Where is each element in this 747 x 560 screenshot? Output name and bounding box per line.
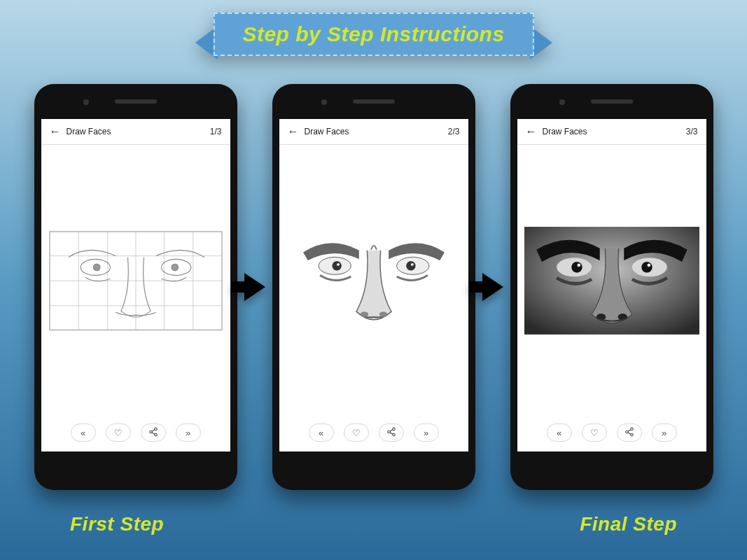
back-icon[interactable]: ← — [526, 126, 537, 137]
prev-icon: « — [81, 428, 85, 438]
banner-title: Step by Step Instructions — [242, 22, 504, 46]
phone-step-2: ← Draw Faces 2/3 — [272, 84, 475, 490]
back-icon[interactable]: ← — [288, 126, 299, 137]
svg-point-42 — [625, 430, 628, 433]
next-button[interactable]: » — [652, 424, 677, 442]
svg-point-24 — [410, 263, 413, 266]
svg-point-35 — [577, 263, 580, 267]
svg-point-23 — [406, 261, 415, 270]
svg-point-20 — [332, 261, 341, 270]
phones-row: ← Draw Faces 1/3 — [0, 84, 747, 490]
like-button[interactable]: ♡ — [582, 424, 607, 442]
share-button[interactable] — [617, 424, 642, 442]
drawing-canvas — [517, 145, 706, 416]
prev-button[interactable]: « — [309, 424, 334, 442]
arrow-icon — [482, 273, 503, 301]
phone-screen: ← Draw Faces 1/3 — [41, 119, 230, 451]
bottom-toolbar: « ♡ » — [41, 416, 230, 451]
svg-line-17 — [151, 432, 154, 433]
next-button[interactable]: » — [176, 424, 201, 442]
next-icon: » — [424, 428, 428, 438]
face-sketch-shaded — [286, 227, 461, 335]
svg-point-34 — [571, 262, 582, 272]
phone-screen: ← Draw Faces 3/3 — [517, 119, 706, 451]
next-button[interactable]: » — [414, 424, 439, 442]
share-icon — [148, 427, 158, 439]
prev-icon: « — [319, 428, 323, 438]
svg-point-27 — [392, 428, 395, 430]
share-icon — [624, 427, 634, 439]
page-counter: 3/3 — [686, 127, 698, 136]
svg-line-31 — [389, 432, 392, 433]
prev-icon: « — [557, 428, 561, 438]
share-button[interactable] — [379, 424, 404, 442]
svg-line-16 — [151, 429, 154, 430]
final-step-label: Final Step — [580, 513, 677, 536]
heart-icon: ♡ — [352, 428, 361, 438]
bottom-toolbar: « ♡ » — [517, 416, 706, 451]
svg-point-28 — [387, 430, 390, 433]
svg-point-10 — [93, 264, 100, 271]
heart-icon: ♡ — [114, 428, 123, 438]
prev-button[interactable]: « — [71, 424, 96, 442]
svg-line-30 — [389, 429, 392, 430]
svg-point-29 — [392, 433, 395, 436]
share-button[interactable] — [141, 424, 166, 442]
like-button[interactable]: ♡ — [344, 424, 369, 442]
svg-point-41 — [630, 428, 633, 430]
face-sketch-grid — [48, 230, 223, 331]
app-bar: ← Draw Faces 1/3 — [41, 119, 230, 145]
heart-icon: ♡ — [590, 428, 599, 438]
svg-point-15 — [154, 433, 157, 436]
arrow-icon — [244, 273, 265, 301]
first-step-label: First Step — [70, 513, 164, 536]
svg-point-12 — [171, 264, 178, 271]
face-sketch-final — [524, 227, 699, 335]
share-icon — [386, 427, 396, 439]
phone-step-1: ← Draw Faces 1/3 — [34, 84, 237, 490]
banner: Step by Step Instructions — [195, 13, 552, 56]
banner-body: Step by Step Instructions — [213, 13, 533, 56]
app-title: Draw Faces — [305, 127, 442, 136]
next-icon: » — [662, 428, 666, 438]
svg-line-45 — [627, 432, 630, 433]
svg-point-43 — [630, 433, 633, 436]
phone-screen: ← Draw Faces 2/3 — [279, 119, 468, 451]
app-title: Draw Faces — [543, 127, 680, 136]
svg-point-13 — [154, 428, 157, 430]
svg-point-25 — [360, 312, 368, 317]
back-icon[interactable]: ← — [50, 126, 61, 137]
drawing-canvas — [41, 145, 230, 416]
svg-line-44 — [627, 429, 630, 430]
app-bar: ← Draw Faces 2/3 — [279, 119, 468, 145]
svg-point-26 — [379, 312, 387, 317]
svg-point-37 — [641, 262, 652, 272]
phone-step-3: ← Draw Faces 3/3 — [510, 84, 713, 490]
like-button[interactable]: ♡ — [106, 424, 131, 442]
prev-button[interactable]: « — [547, 424, 572, 442]
next-icon: » — [186, 428, 190, 438]
bottom-toolbar: « ♡ » — [279, 416, 468, 451]
drawing-canvas — [279, 145, 468, 416]
svg-point-21 — [337, 263, 340, 266]
svg-point-14 — [149, 430, 152, 433]
page-counter: 2/3 — [448, 127, 460, 136]
app-title: Draw Faces — [67, 127, 204, 136]
app-bar: ← Draw Faces 3/3 — [517, 119, 706, 145]
page-counter: 1/3 — [210, 127, 222, 136]
svg-point-38 — [647, 263, 650, 267]
